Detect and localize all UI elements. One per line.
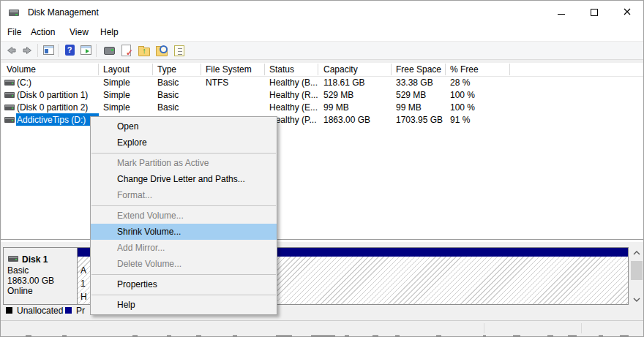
disk-name: Disk 1 — [22, 254, 48, 265]
cell-volume: AddictiveTips (D:) — [17, 115, 86, 125]
volume-row[interactable]: (Disk 0 partition 2)SimpleBasicHealthy (… — [1, 101, 643, 113]
forward-icon[interactable] — [21, 44, 34, 57]
menu-file[interactable]: File — [7, 27, 21, 37]
minimize-button[interactable] — [544, 1, 577, 23]
disk-size: 1863.00 GB — [7, 276, 54, 286]
status-bar — [1, 320, 643, 336]
cell-layout: Simple — [103, 77, 130, 88]
task-list-icon[interactable] — [173, 44, 186, 57]
cell-volume: (C:) — [17, 77, 31, 88]
menu-item-extend-volume: Extend Volume... — [91, 208, 277, 224]
header-separator — [445, 64, 446, 75]
window-title: Disk Management — [28, 7, 99, 18]
menu-help[interactable]: Help — [100, 27, 119, 37]
header-separator — [264, 64, 265, 75]
volume-disk-icon — [4, 105, 15, 110]
help-icon[interactable]: ? — [63, 44, 76, 57]
cell-free-space: 33.38 GB — [396, 77, 433, 88]
cell-capacity: 99 MB — [323, 102, 349, 113]
cell-layout: Simple — [103, 102, 130, 113]
header-separator — [201, 64, 201, 75]
toolbar-separator — [96, 44, 97, 57]
cell-file-system: NTFS — [206, 77, 228, 88]
device-monitor-icon[interactable] — [102, 44, 116, 57]
header-separator — [391, 64, 392, 75]
column-header-type[interactable]: Type — [157, 64, 176, 75]
check-document-icon[interactable]: ✓ — [120, 44, 133, 57]
disk-icon — [8, 256, 18, 262]
toolbar-separator — [58, 44, 59, 57]
partition-label-line: H — [80, 292, 87, 302]
menu-action[interactable]: Action — [31, 27, 55, 37]
menu-item-shrink-volume[interactable]: Shrink Volume... — [91, 224, 277, 240]
toolbar: ?✓↑ — [1, 41, 643, 60]
column-header-free-space[interactable]: Free Space — [396, 64, 441, 75]
header-separator — [98, 64, 99, 75]
column-header-file-system[interactable]: File System — [206, 64, 252, 75]
cell-pct-free: 28 % — [450, 77, 470, 88]
header-separator — [152, 64, 153, 75]
menu-separator — [91, 203, 277, 208]
close-button[interactable] — [610, 1, 643, 23]
cell-capacity: 529 MB — [323, 90, 353, 100]
column-header-layout[interactable]: Layout — [103, 64, 130, 75]
minimize-icon — [558, 10, 565, 15]
cell-status: Healthy (B... — [269, 77, 318, 88]
menu-item-properties[interactable]: Properties — [91, 276, 277, 292]
menu-item-open[interactable]: Open — [91, 118, 277, 135]
console-tree-icon[interactable] — [42, 44, 56, 57]
cell-volume: (Disk 0 partition 2) — [17, 102, 88, 113]
menu-separator — [91, 272, 277, 276]
vertical-scrollbar[interactable] — [631, 247, 643, 306]
menu-separator — [91, 292, 277, 297]
menu-separator — [91, 151, 277, 155]
legend-label-pr: Pr — [76, 306, 85, 316]
legend-label-unallocated: Unallocated — [17, 306, 63, 316]
disk-info-panel[interactable]: Disk 1 Basic 1863.00 GB Online — [4, 248, 78, 304]
menu-item-change-drive-letter-and-paths[interactable]: Change Drive Letter and Paths... — [91, 171, 277, 187]
menu-item-explore[interactable]: Explore — [91, 135, 277, 151]
cell-free-space: 1703.95 GB — [396, 115, 443, 125]
back-icon[interactable] — [4, 44, 18, 57]
cell-pct-free: 91 % — [450, 115, 470, 125]
column-header-volume[interactable]: Volume — [7, 64, 36, 75]
action-pane-icon[interactable] — [80, 44, 93, 57]
column-header-free[interactable]: % Free — [450, 64, 479, 75]
cell-type: Basic — [157, 102, 179, 113]
scroll-thumb[interactable] — [631, 261, 643, 280]
partition-label-line: 1 — [80, 279, 86, 289]
cell-capacity: 118.61 GB — [323, 77, 364, 88]
cell-pct-free: 100 % — [450, 90, 475, 100]
column-header-status[interactable]: Status — [269, 64, 294, 75]
menu-item-add-mirror: Add Mirror... — [91, 240, 277, 256]
scroll-up-button[interactable] — [631, 247, 643, 259]
cell-layout: Simple — [103, 90, 130, 100]
volume-row[interactable]: (Disk 0 partition 1)SimpleBasicHealthy (… — [1, 88, 643, 101]
cell-pct-free: 100 % — [450, 102, 475, 113]
cell-type: Basic — [157, 90, 179, 100]
context-menu: OpenExploreMark Partition as ActiveChang… — [90, 116, 277, 315]
disk-status: Online — [7, 286, 33, 296]
header-separator — [318, 64, 318, 75]
cell-type: Basic — [157, 77, 179, 88]
maximize-button[interactable] — [577, 1, 610, 23]
folder-up-icon[interactable]: ↑ — [138, 44, 151, 57]
cell-free-space: 99 MB — [396, 102, 422, 113]
column-header-capacity[interactable]: Capacity — [323, 64, 358, 75]
header-separator — [509, 64, 510, 75]
close-icon — [624, 7, 631, 18]
disk-management-window: Disk Management FileActionViewHelp ?✓↑ V… — [0, 0, 644, 337]
partition-label-line: A — [80, 265, 86, 276]
cell-volume: (Disk 0 partition 1) — [17, 90, 88, 100]
volume-row[interactable]: (C:)SimpleBasicNTFSHealthy (B...118.61 G… — [1, 76, 643, 88]
volume-disk-icon — [4, 117, 15, 123]
disk-drive-icon — [8, 7, 20, 18]
menu-bar: FileActionViewHelp — [1, 23, 643, 41]
toolbar-separator — [37, 44, 38, 57]
cell-capacity: 1863.00 GB — [323, 115, 370, 125]
menu-view[interactable]: View — [70, 27, 89, 37]
disk-type: Basic — [7, 265, 29, 276]
menu-item-help[interactable]: Help — [91, 297, 277, 313]
list-header: VolumeLayoutTypeFile SystemStatusCapacit… — [1, 63, 643, 77]
folder-search-icon[interactable] — [155, 44, 168, 57]
